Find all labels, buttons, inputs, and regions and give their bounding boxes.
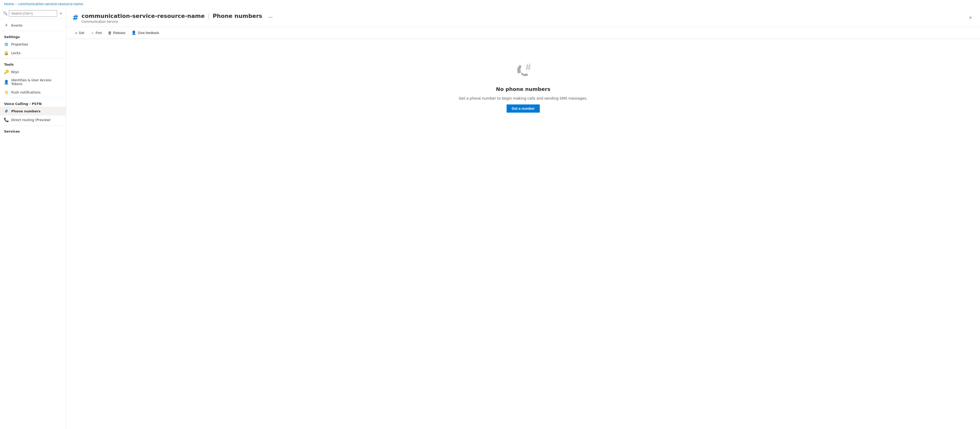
page-subtitle: Phone numbers xyxy=(213,13,262,19)
identities-icon: 👤 xyxy=(4,80,9,84)
sidebar-item-label-direct-routing: Direct routing (Preview) xyxy=(11,118,51,122)
empty-icon-container: # xyxy=(513,59,533,80)
sidebar-item-push[interactable]: 🖥 Push notifications xyxy=(0,88,66,97)
sidebar: 🔍 « ⚡ Events Settings ⚙ Properties xyxy=(0,8,66,429)
phone-hash-icon: # xyxy=(513,59,533,80)
properties-icon: ⚙ xyxy=(4,42,9,46)
sidebar-nav: ⚡ Events Settings ⚙ Properties 🔒 Locks T… xyxy=(0,19,66,429)
sidebar-section-settings: Settings xyxy=(0,32,66,40)
sidebar-item-label-properties: Properties xyxy=(11,42,28,46)
collapse-button[interactable]: « xyxy=(59,10,63,17)
header-more-button[interactable]: ... xyxy=(266,12,275,20)
page-header-sep: | xyxy=(208,13,210,19)
sidebar-divider-voice xyxy=(3,97,63,98)
sidebar-item-label-phone-numbers: Phone numbers xyxy=(11,109,41,113)
page-header-section: # communication-service-resource-name | … xyxy=(66,8,980,39)
sidebar-item-label-identities: Identities & User Access Tokens xyxy=(11,78,62,86)
page-icon: # xyxy=(73,14,78,21)
sidebar-item-label-events: Events xyxy=(11,24,22,27)
phone-numbers-icon: # xyxy=(4,109,9,113)
sidebar-item-phone-numbers[interactable]: # Phone numbers xyxy=(0,107,66,115)
search-input[interactable] xyxy=(9,10,57,17)
release-button[interactable]: 🗑 Release xyxy=(105,29,128,37)
toolbar: + Get → Port 🗑 Release 👤 Give feedback xyxy=(66,27,980,39)
main-layout: 🔍 « ⚡ Events Settings ⚙ Properties xyxy=(0,8,980,429)
push-icon: 🖥 xyxy=(4,90,9,94)
sidebar-item-keys[interactable]: 🔑 Keys xyxy=(0,67,66,76)
feedback-icon: 👤 xyxy=(131,30,136,35)
sidebar-section-tools: Tools xyxy=(0,59,66,67)
feedback-label: Give feedback xyxy=(138,31,159,35)
sidebar-section-voice: Voice Calling - PSTN xyxy=(0,99,66,107)
sidebar-item-direct-routing[interactable]: 📞 Direct routing (Preview) xyxy=(0,115,66,124)
events-icon: ⚡ xyxy=(4,23,9,27)
right-panel: # communication-service-resource-name | … xyxy=(66,8,980,429)
port-icon: → xyxy=(90,30,94,35)
sidebar-search-container: 🔍 « xyxy=(0,8,66,19)
sidebar-item-identities[interactable]: 👤 Identities & User Access Tokens xyxy=(0,76,66,88)
port-button[interactable]: → Port xyxy=(88,29,104,37)
page-meta: Communication Service xyxy=(81,20,275,24)
release-icon: 🗑 xyxy=(108,30,112,35)
app-container: Home › communication-service-resource-na… xyxy=(0,0,980,429)
page-resource-title: communication-service-resource-name xyxy=(81,13,205,19)
port-label: Port xyxy=(96,31,102,35)
breadcrumb-sep1: › xyxy=(15,2,17,6)
svg-text:#: # xyxy=(526,62,531,72)
page-header: # communication-service-resource-name | … xyxy=(66,8,980,27)
direct-routing-icon: 📞 xyxy=(4,118,9,122)
get-icon: + xyxy=(75,30,77,35)
keys-icon: 🔑 xyxy=(4,69,9,74)
sidebar-item-events[interactable]: ⚡ Events xyxy=(0,21,66,30)
content-area: # No phone numbers Get a phone number to… xyxy=(66,39,980,429)
sidebar-item-properties[interactable]: ⚙ Properties xyxy=(0,40,66,48)
release-label: Release xyxy=(113,31,126,35)
breadcrumb-resource[interactable]: communication-service-resource-name xyxy=(18,2,83,6)
sidebar-divider-settings xyxy=(3,30,63,31)
sidebar-item-locks[interactable]: 🔒 Locks xyxy=(0,48,66,57)
sidebar-item-label-keys: Keys xyxy=(11,70,19,74)
feedback-button[interactable]: 👤 Give feedback xyxy=(129,29,162,37)
empty-description: Get a phone number to begin making calls… xyxy=(459,96,587,100)
get-button[interactable]: + Get xyxy=(73,29,87,37)
breadcrumb-home[interactable]: Home xyxy=(4,2,14,6)
get-number-button[interactable]: Get a number xyxy=(507,104,540,113)
breadcrumb: Home › communication-service-resource-na… xyxy=(0,0,980,8)
get-label: Get xyxy=(79,31,84,35)
sidebar-item-label-locks: Locks xyxy=(11,51,21,55)
empty-state: # No phone numbers Get a phone number to… xyxy=(66,39,980,133)
sidebar-section-services: Services xyxy=(0,126,66,134)
sidebar-divider-tools xyxy=(3,58,63,59)
locks-icon: 🔒 xyxy=(4,51,9,55)
sidebar-item-label-push: Push notifications xyxy=(11,90,41,94)
page-title-group: communication-service-resource-name | Ph… xyxy=(81,12,275,24)
close-button[interactable]: × xyxy=(967,14,974,21)
phone-hash-svg: # xyxy=(513,59,536,83)
empty-title: No phone numbers xyxy=(496,86,550,92)
search-icon: 🔍 xyxy=(3,11,7,15)
